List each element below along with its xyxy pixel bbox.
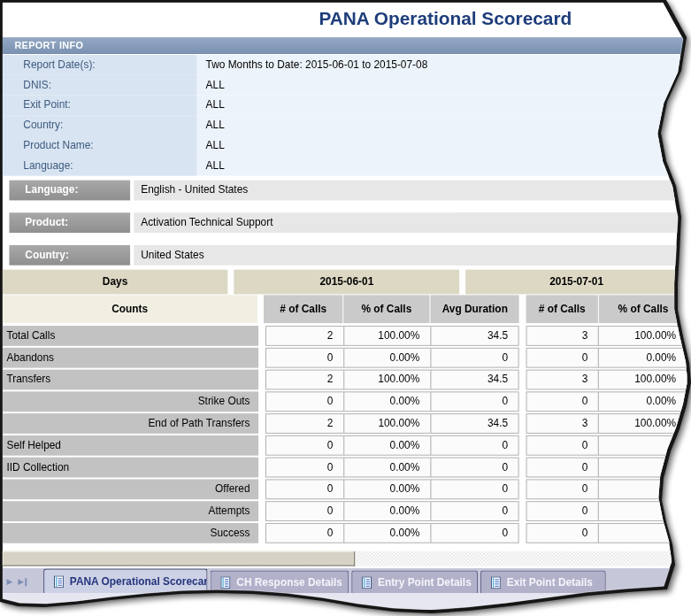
info-value: ALL [197,156,687,176]
row-label: IID Collection [3,458,259,478]
cell: 0.00% [343,391,431,412]
info-label: Product Name: [3,135,197,156]
counts-header: Counts [3,295,257,323]
report-doc-icon [54,575,64,588]
cell: 100.00% [598,370,687,390]
table-row: IID Collection 0 0.00% 0 0 [3,458,688,478]
cell [598,501,687,521]
row-label: Abandons [3,348,259,368]
tab-label: Entry Point Details [378,576,472,589]
report-info-grid: Report Date(s): Two Months to Date: 2015… [3,55,688,176]
tab-scroll-next-icon[interactable]: ▶ [6,578,12,586]
table-row: Offered 0 0.00% 0 0 [3,479,688,499]
info-label: DNIS: [3,75,197,96]
filter-label: Country: [9,245,130,266]
cell: 0 [265,348,344,368]
column-header: # of Calls [264,295,342,323]
filter-value: United States [134,245,687,266]
report-info-row: Country: ALL [3,115,688,135]
report-info-row: Language: ALL [3,156,688,176]
days-header: Days [3,270,228,295]
table-row: Abandons 0 0.00% 0 0 0.00% [3,348,688,368]
cell: 2 [265,370,344,390]
table-row: Success 0 0.00% 0 0 [3,523,688,543]
table-body: Total Calls 2 100.00% 34.5 3 100.00% Aba… [3,326,688,543]
report-info-row: DNIS: ALL [3,75,688,96]
info-value: Two Months to Date: 2015-06-01 to 2015-0… [197,55,687,75]
cell: 0 [430,435,519,456]
row-label: End of Path Transfers [3,413,259,434]
cell: 0 [526,391,599,412]
table-row: Self Helped 0 0.00% 0 0 [3,435,688,456]
tab-label: Exit Point Details [507,576,593,589]
cell [598,523,687,543]
column-header: % of Calls [343,295,430,323]
cell: 2 [265,326,344,346]
column-header: Avg Duration [431,295,519,323]
cell: 34.5 [430,370,519,390]
title-row: PANA Operational Scorecard [3,4,688,34]
report-info-row: Report Date(s): Two Months to Date: 2015… [3,55,688,75]
cell: 0 [430,391,519,412]
tab-label: CH Response Details [236,576,342,589]
info-value: ALL [197,96,687,116]
cell: 100.00% [343,413,431,434]
cell: 3 [526,413,599,434]
cell: 0.00% [598,391,687,412]
cell: 0 [430,348,519,368]
cell: 0.00% [343,458,431,478]
cell [598,479,687,499]
filter-label: Product: [9,212,130,233]
row-label: Strike Outs [3,391,259,412]
row-label: Success [3,523,259,543]
cell: 0 [265,523,344,543]
cell: 0 [526,348,599,368]
column-header: # of Calls [526,295,598,323]
tab-entry-point-details[interactable]: Entry Point Details [351,570,478,593]
cell: 0 [430,501,519,521]
cell: 3 [526,370,599,390]
cell: 0 [430,458,519,478]
cell: 0 [265,479,344,499]
cell: 0 [526,435,599,456]
row-label: Attempts [3,501,259,521]
cell: 3 [526,326,599,346]
filter-value: English - United States [134,181,687,201]
cell: 0 [430,523,519,543]
table-header-columns: Counts # of Calls % of Calls Avg Duratio… [3,295,688,323]
report-doc-icon [491,576,501,589]
info-value: ALL [197,75,687,96]
table-row: Transfers 2 100.00% 34.5 3 100.00% [3,370,688,390]
filter-bar: Product: Activation Technical Support [3,212,688,233]
cell: 0.00% [343,348,431,368]
page-title: PANA Operational Scorecard [319,4,572,34]
table-header-dates: Days 2015-06-01 2015-07-01 [3,270,688,295]
row-label: Self Helped [3,435,259,456]
cell: 0 [526,479,599,499]
tab-label: PANA Operational Scorecard [70,575,208,588]
report-doc-icon [220,576,230,589]
tab-exit-point-details[interactable]: Exit Point Details [480,570,606,593]
info-label: Report Date(s): [3,55,197,75]
horizontal-scrollbar[interactable] [3,551,688,566]
report-info-row: Exit Point: ALL [3,96,688,116]
tab-pana-operational-scorecard[interactable]: PANA Operational Scorecard [43,568,207,593]
date-group-header: 2015-06-01 [234,270,459,295]
row-label: Total Calls [3,326,259,346]
cell: 0.00% [598,348,687,368]
cell [598,458,687,478]
table-row: Strike Outs 0 0.00% 0 0 0.00% [3,391,688,412]
scrollbar-thumb[interactable] [3,551,356,566]
cell: 0 [430,479,519,499]
table-row: Attempts 0 0.00% 0 0 [3,501,688,521]
cell: 0 [526,523,599,543]
column-header: % of Calls [599,295,687,323]
cell: 34.5 [430,326,519,346]
report-window: PANA Operational Scorecard REPORT INFO R… [3,3,688,613]
tab-scroll-last-icon[interactable]: ▶ [18,578,27,586]
info-label: Exit Point: [3,96,197,116]
tab-ch-response-details[interactable]: CH Response Details [211,570,349,593]
cell: 0.00% [343,479,431,499]
cell: 100.00% [598,326,687,346]
torn-screenshot-page: PANA Operational Scorecard REPORT INFO R… [0,0,691,616]
